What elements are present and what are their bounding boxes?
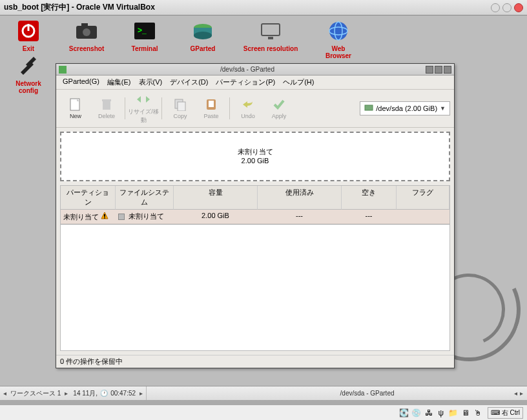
workspace-next[interactable]: ▸: [63, 390, 69, 397]
toolbar-label: New: [70, 113, 81, 119]
table-row[interactable]: 未割り当て 未割り当て 2.00 GiB --- ---: [61, 210, 450, 225]
vbox-close-button[interactable]: [514, 3, 523, 12]
gparted-titlebar[interactable]: /dev/sda - GParted: [56, 64, 454, 75]
gparted-minimize-button[interactable]: [426, 66, 433, 74]
toolbar-resize: リサイズ/移動: [128, 92, 159, 125]
desktop-icon-label: Terminal: [132, 45, 158, 52]
device-selector[interactable]: /dev/sda (2.00 GiB) ▼: [360, 101, 450, 115]
vbox-shared-folder-icon[interactable]: 📁: [448, 408, 459, 418]
gparted-close-button[interactable]: [444, 66, 451, 74]
gparted-maximize-button[interactable]: [435, 66, 442, 74]
cell-fs: 未割り当て: [129, 212, 164, 220]
power-icon: [13, 18, 44, 44]
vbox-mouse-icon[interactable]: 🖱: [473, 408, 483, 418]
svg-point-5: [83, 28, 90, 36]
cell-free: ---: [342, 210, 397, 224]
guest-desktop: Exit Screenshot >_ Terminal GParted Scre…: [0, 15, 527, 400]
keyboard-icon: ⌨: [491, 409, 500, 416]
tray-next[interactable]: ▸: [519, 390, 524, 397]
col-size[interactable]: 容量: [174, 186, 258, 210]
toolbar-label: リサイズ/移動: [128, 108, 159, 123]
undo-icon: [239, 97, 257, 112]
col-used[interactable]: 使用済み: [258, 186, 342, 210]
cell-flag: [397, 210, 450, 224]
vbox-usb-icon[interactable]: ψ: [436, 408, 446, 418]
clock-icon: 🕐: [100, 390, 108, 397]
gparted-title: /dev/sda - GParted: [69, 66, 426, 73]
menu-view[interactable]: 表示(V): [136, 77, 165, 88]
vbox-optical-icon[interactable]: 💿: [411, 408, 422, 418]
svg-rect-17: [103, 101, 110, 110]
workspace-prev[interactable]: ◂: [2, 390, 8, 397]
file-new-icon: [67, 97, 85, 112]
vbox-network-icon[interactable]: 🖧: [424, 408, 434, 418]
gparted-toolbar: New Delete リサイズ/移動 Copy Paste: [56, 90, 454, 128]
svg-rect-12: [268, 37, 273, 39]
svg-rect-22: [209, 101, 214, 107]
desktop-icon-label: Screenshot: [69, 45, 104, 52]
svg-rect-11: [262, 24, 280, 35]
taskbar-date[interactable]: 14 11月,: [73, 389, 98, 398]
window-menu-icon[interactable]: [59, 66, 67, 74]
apply-icon: [270, 97, 288, 112]
col-flag[interactable]: フラグ: [397, 186, 450, 210]
disk-graphic-label1: 未割り当て: [67, 147, 444, 156]
menu-partition[interactable]: パーティション(P): [213, 77, 278, 88]
vbox-harddisk-icon[interactable]: 💽: [399, 408, 409, 418]
warning-icon: [101, 212, 108, 219]
svg-rect-23: [365, 105, 373, 110]
svg-point-13: [329, 22, 347, 40]
menu-help[interactable]: ヘルプ(H): [280, 77, 316, 88]
menu-edit[interactable]: 編集(E): [105, 77, 134, 88]
taskbar-time[interactable]: 00:47:52: [110, 390, 136, 397]
monitor-icon: [255, 18, 286, 44]
paste-icon: [202, 97, 220, 112]
vbox-maximize-button[interactable]: [502, 3, 512, 12]
time-next[interactable]: ▸: [138, 390, 144, 397]
toolbar-new[interactable]: New: [60, 97, 91, 119]
svg-text:>_: >_: [138, 26, 147, 35]
cell-partition: 未割り当て: [63, 213, 99, 221]
vbox-hostkey[interactable]: ⌨ 右 Ctrl: [488, 407, 523, 419]
device-selector-label: /dev/sda (2.00 GiB): [376, 105, 437, 112]
menu-gparted[interactable]: GParted(G): [60, 77, 102, 88]
copy-icon: [171, 97, 189, 112]
col-free[interactable]: 空き: [342, 186, 397, 210]
disk-icon: [187, 18, 218, 44]
desktop-icon-screenshot[interactable]: Screenshot: [67, 18, 106, 59]
svg-rect-25: [104, 217, 105, 219]
vbox-minimize-button[interactable]: [491, 3, 500, 12]
toolbar-undo: Undo: [232, 97, 264, 119]
vbox-display-icon[interactable]: 🖥: [460, 408, 471, 418]
desktop-icon-network-config[interactable]: Network config: [9, 53, 48, 94]
desktop-icon-label: Web Browser: [326, 45, 351, 59]
taskbar-app[interactable]: /dev/sda - GParted: [224, 390, 510, 397]
virtualbox-statusbar: 💽 💿 🖧 ψ 📁 🖥 🖱 ⌨ 右 Ctrl: [0, 405, 527, 420]
svg-rect-18: [102, 99, 111, 101]
toolbar-delete: Delete: [91, 97, 122, 119]
col-filesystem[interactable]: ファイルシステム: [116, 186, 174, 210]
desktop-icon-terminal[interactable]: >_ Terminal: [125, 18, 164, 59]
col-partition[interactable]: パーティション: [61, 186, 116, 210]
disk-graphic-label2: 2.00 GiB: [67, 156, 444, 165]
toolbar-label: Paste: [203, 113, 218, 119]
desktop-icon-label: GParted: [191, 45, 216, 52]
virtualbox-titlebar: usb_boot [実行中] - Oracle VM VirtualBox: [0, 0, 527, 15]
gparted-menubar: GParted(G) 編集(E) 表示(V) デバイス(D) パーティション(P…: [56, 75, 454, 90]
cell-size: 2.00 GiB: [174, 210, 258, 224]
trash-icon: [98, 97, 116, 112]
desktop-icon-gparted[interactable]: GParted: [183, 18, 222, 59]
toolbar-label: Apply: [272, 113, 287, 119]
disk-graphic[interactable]: 未割り当て 2.00 GiB: [60, 132, 450, 181]
desktop-icon-resolution[interactable]: Screen resolution: [242, 18, 300, 59]
desktop-icon-browser[interactable]: Web Browser: [319, 18, 358, 59]
desktop-icon-label: Screen resolution: [243, 45, 298, 52]
toolbar-separator: [125, 97, 125, 119]
svg-rect-24: [104, 214, 105, 217]
table-header: パーティション ファイルシステム 容量 使用済み 空き フラグ: [61, 186, 450, 210]
menu-device[interactable]: デバイス(D): [167, 77, 211, 88]
workspace-label[interactable]: ワークスペース 1: [10, 389, 61, 398]
tray-prev[interactable]: ◂: [513, 390, 519, 397]
toolbar-label: Delete: [98, 113, 115, 119]
fs-color-swatch: [118, 214, 125, 220]
